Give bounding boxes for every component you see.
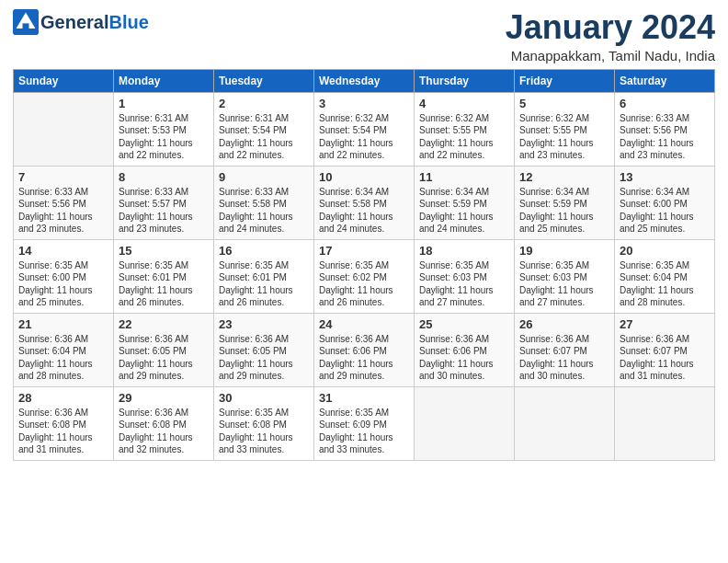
day-number: 25 xyxy=(419,317,509,331)
day-info: Sunrise: 6:35 AM Sunset: 6:03 PM Dayligh… xyxy=(519,259,609,309)
calendar-cell: 24Sunrise: 6:36 AM Sunset: 6:06 PM Dayli… xyxy=(314,313,415,386)
day-number: 23 xyxy=(219,317,309,331)
day-info: Sunrise: 6:31 AM Sunset: 5:54 PM Dayligh… xyxy=(219,112,309,162)
day-info: Sunrise: 6:35 AM Sunset: 6:09 PM Dayligh… xyxy=(319,407,409,456)
day-info: Sunrise: 6:35 AM Sunset: 6:00 PM Dayligh… xyxy=(18,259,108,309)
column-header-thursday: Thursday xyxy=(415,69,515,92)
day-number: 19 xyxy=(519,244,609,258)
calendar-cell: 6Sunrise: 6:33 AM Sunset: 5:56 PM Daylig… xyxy=(615,92,715,166)
day-number: 2 xyxy=(219,97,309,110)
day-info: Sunrise: 6:36 AM Sunset: 6:07 PM Dayligh… xyxy=(519,333,609,383)
calendar-cell: 11Sunrise: 6:34 AM Sunset: 5:59 PM Dayli… xyxy=(415,166,515,239)
day-info: Sunrise: 6:36 AM Sunset: 6:07 PM Dayligh… xyxy=(620,333,710,383)
title-area: January 2024 Manappakkam, Tamil Nadu, In… xyxy=(506,9,715,63)
calendar-cell: 26Sunrise: 6:36 AM Sunset: 6:07 PM Dayli… xyxy=(515,313,615,386)
day-number: 10 xyxy=(319,170,409,184)
calendar-cell: 13Sunrise: 6:34 AM Sunset: 6:00 PM Dayli… xyxy=(615,166,715,239)
svg-rect-2 xyxy=(23,23,29,30)
column-header-sunday: Sunday xyxy=(14,69,114,92)
day-info: Sunrise: 6:36 AM Sunset: 6:08 PM Dayligh… xyxy=(119,407,209,456)
day-info: Sunrise: 6:35 AM Sunset: 6:04 PM Dayligh… xyxy=(620,259,710,309)
logo-icon xyxy=(13,9,39,35)
day-number: 30 xyxy=(219,391,309,405)
day-info: Sunrise: 6:31 AM Sunset: 5:53 PM Dayligh… xyxy=(119,112,209,162)
calendar-cell xyxy=(615,386,715,460)
day-number: 16 xyxy=(219,244,309,258)
calendar-cell: 31Sunrise: 6:35 AM Sunset: 6:09 PM Dayli… xyxy=(314,386,415,460)
calendar-cell: 28Sunrise: 6:36 AM Sunset: 6:08 PM Dayli… xyxy=(14,386,114,460)
column-header-wednesday: Wednesday xyxy=(314,69,415,92)
calendar-cell: 1Sunrise: 6:31 AM Sunset: 5:53 PM Daylig… xyxy=(114,92,214,166)
day-info: Sunrise: 6:32 AM Sunset: 5:55 PM Dayligh… xyxy=(519,112,609,162)
day-number: 1 xyxy=(119,97,209,110)
day-info: Sunrise: 6:35 AM Sunset: 6:01 PM Dayligh… xyxy=(219,259,309,309)
day-number: 4 xyxy=(419,97,509,110)
day-number: 29 xyxy=(119,391,209,405)
calendar-cell: 14Sunrise: 6:35 AM Sunset: 6:00 PM Dayli… xyxy=(14,239,114,313)
day-number: 22 xyxy=(119,317,209,331)
calendar-cell: 21Sunrise: 6:36 AM Sunset: 6:04 PM Dayli… xyxy=(14,313,114,386)
day-info: Sunrise: 6:36 AM Sunset: 6:04 PM Dayligh… xyxy=(18,333,108,383)
day-number: 26 xyxy=(519,317,609,331)
column-header-monday: Monday xyxy=(114,69,214,92)
day-info: Sunrise: 6:35 AM Sunset: 6:01 PM Dayligh… xyxy=(119,259,209,309)
calendar-cell: 17Sunrise: 6:35 AM Sunset: 6:02 PM Dayli… xyxy=(314,239,415,313)
week-row-5: 28Sunrise: 6:36 AM Sunset: 6:08 PM Dayli… xyxy=(14,386,715,460)
day-number: 20 xyxy=(620,244,710,258)
day-info: Sunrise: 6:33 AM Sunset: 5:57 PM Dayligh… xyxy=(119,186,209,236)
day-number: 13 xyxy=(620,170,710,184)
calendar-cell: 8Sunrise: 6:33 AM Sunset: 5:57 PM Daylig… xyxy=(114,166,214,239)
week-row-3: 14Sunrise: 6:35 AM Sunset: 6:00 PM Dayli… xyxy=(14,239,715,313)
day-info: Sunrise: 6:34 AM Sunset: 6:00 PM Dayligh… xyxy=(620,186,710,236)
day-number: 24 xyxy=(319,317,409,331)
day-number: 27 xyxy=(620,317,710,331)
calendar-table: SundayMondayTuesdayWednesdayThursdayFrid… xyxy=(13,69,715,461)
calendar-cell: 10Sunrise: 6:34 AM Sunset: 5:58 PM Dayli… xyxy=(314,166,415,239)
day-number: 14 xyxy=(18,244,108,258)
day-number: 21 xyxy=(18,317,108,331)
day-info: Sunrise: 6:34 AM Sunset: 5:58 PM Dayligh… xyxy=(319,186,409,236)
calendar-cell: 15Sunrise: 6:35 AM Sunset: 6:01 PM Dayli… xyxy=(114,239,214,313)
day-number: 31 xyxy=(319,391,409,405)
main-container: GeneralBlue January 2024 Manappakkam, Ta… xyxy=(0,0,728,468)
day-number: 9 xyxy=(219,170,309,184)
day-info: Sunrise: 6:36 AM Sunset: 6:08 PM Dayligh… xyxy=(18,407,108,456)
column-header-friday: Friday xyxy=(515,69,615,92)
day-number: 7 xyxy=(18,170,108,184)
day-number: 8 xyxy=(119,170,209,184)
page-title: January 2024 xyxy=(506,9,715,46)
day-number: 12 xyxy=(519,170,609,184)
calendar-cell: 27Sunrise: 6:36 AM Sunset: 6:07 PM Dayli… xyxy=(615,313,715,386)
day-number: 28 xyxy=(18,391,108,405)
day-number: 18 xyxy=(419,244,509,258)
calendar-cell: 19Sunrise: 6:35 AM Sunset: 6:03 PM Dayli… xyxy=(515,239,615,313)
calendar-cell: 7Sunrise: 6:33 AM Sunset: 5:56 PM Daylig… xyxy=(14,166,114,239)
day-info: Sunrise: 6:36 AM Sunset: 6:05 PM Dayligh… xyxy=(219,333,309,383)
column-header-tuesday: Tuesday xyxy=(214,69,314,92)
day-number: 3 xyxy=(319,97,409,110)
page-subtitle: Manappakkam, Tamil Nadu, India xyxy=(506,48,715,63)
day-number: 5 xyxy=(519,97,609,110)
day-info: Sunrise: 6:36 AM Sunset: 6:06 PM Dayligh… xyxy=(419,333,509,383)
day-info: Sunrise: 6:35 AM Sunset: 6:08 PM Dayligh… xyxy=(219,407,309,456)
logo: GeneralBlue xyxy=(13,9,149,35)
calendar-cell: 9Sunrise: 6:33 AM Sunset: 5:58 PM Daylig… xyxy=(214,166,314,239)
day-number: 15 xyxy=(119,244,209,258)
calendar-cell: 2Sunrise: 6:31 AM Sunset: 5:54 PM Daylig… xyxy=(214,92,314,166)
day-info: Sunrise: 6:34 AM Sunset: 5:59 PM Dayligh… xyxy=(419,186,509,236)
day-info: Sunrise: 6:35 AM Sunset: 6:02 PM Dayligh… xyxy=(319,259,409,309)
calendar-cell: 29Sunrise: 6:36 AM Sunset: 6:08 PM Dayli… xyxy=(114,386,214,460)
day-number: 6 xyxy=(620,97,710,110)
day-info: Sunrise: 6:35 AM Sunset: 6:03 PM Dayligh… xyxy=(419,259,509,309)
header: GeneralBlue January 2024 Manappakkam, Ta… xyxy=(13,9,715,63)
calendar-cell: 16Sunrise: 6:35 AM Sunset: 6:01 PM Dayli… xyxy=(214,239,314,313)
calendar-cell xyxy=(415,386,515,460)
calendar-cell xyxy=(515,386,615,460)
day-info: Sunrise: 6:34 AM Sunset: 5:59 PM Dayligh… xyxy=(519,186,609,236)
calendar-cell: 5Sunrise: 6:32 AM Sunset: 5:55 PM Daylig… xyxy=(515,92,615,166)
calendar-cell: 4Sunrise: 6:32 AM Sunset: 5:55 PM Daylig… xyxy=(415,92,515,166)
day-number: 11 xyxy=(419,170,509,184)
day-number: 17 xyxy=(319,244,409,258)
calendar-cell: 18Sunrise: 6:35 AM Sunset: 6:03 PM Dayli… xyxy=(415,239,515,313)
calendar-cell: 30Sunrise: 6:35 AM Sunset: 6:08 PM Dayli… xyxy=(214,386,314,460)
